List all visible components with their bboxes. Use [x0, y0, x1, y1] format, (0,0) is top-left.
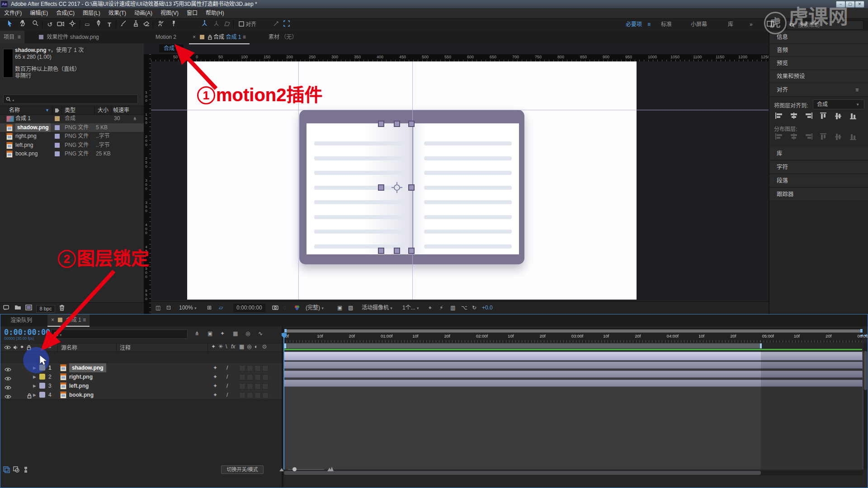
tab-composition[interactable]: × 合成 合成 1 ≡ — [189, 31, 250, 44]
comp-marker-bin-icon[interactable]: ◄◄ — [859, 333, 868, 338]
tab-timeline-comp[interactable]: × 合成 1 ≡ — [47, 314, 90, 327]
pan-behind-tool-icon[interactable] — [67, 20, 78, 29]
workspace-menu-icon[interactable]: ≡ — [647, 19, 651, 31]
viewer-timecode[interactable]: 0:00:00:00 — [233, 304, 265, 312]
layer-switch-cell[interactable] — [247, 392, 253, 399]
layer-parent-icon[interactable]: ✦ — [213, 381, 217, 390]
selection-handle[interactable] — [408, 121, 415, 127]
layer-row[interactable]: ▶4book.png✦/ — [0, 390, 282, 400]
new-folder-icon[interactable] — [14, 305, 22, 312]
comp-mini-flowchart-icon[interactable]: ⋔ — [195, 330, 199, 337]
playhead-line[interactable] — [283, 333, 284, 469]
switch-frame-blend-icon[interactable]: ▦ — [239, 343, 244, 350]
layer-color-swatch[interactable] — [39, 392, 45, 398]
render-time-icon[interactable] — [13, 466, 19, 473]
work-area-start-handle[interactable] — [284, 343, 286, 348]
layer-lock-icon[interactable] — [27, 392, 32, 401]
panel-align-header[interactable]: 对齐 ≡ — [769, 83, 868, 97]
selection-handle[interactable] — [408, 248, 415, 254]
tab-effect-controls[interactable]: 效果控件 shadow.png — [35, 31, 103, 43]
align-icon-0[interactable] — [775, 112, 785, 120]
panel-header-bottom-1[interactable]: 字符 — [769, 161, 868, 174]
work-area-bar[interactable] — [284, 343, 762, 349]
view-layout-select[interactable]: 1个... ▾ — [402, 302, 419, 314]
switch-quality-icon[interactable]: \ — [226, 343, 227, 350]
trash-icon[interactable] — [58, 305, 66, 312]
layer-row[interactable]: ▶2right.png✦/ — [0, 372, 282, 382]
workspace-small-screen[interactable]: 小屏幕 — [691, 19, 707, 31]
layer-lock-toggle[interactable] — [27, 363, 33, 372]
col-number[interactable]: # — [48, 343, 52, 350]
layer-switch-cell[interactable] — [262, 365, 269, 371]
toggle-switches-modes-button[interactable]: 切换开关/模式 — [221, 465, 264, 474]
selection-handle[interactable] — [408, 184, 415, 191]
camera-axis-local-icon[interactable] — [199, 20, 210, 29]
snapshot-icon[interactable] — [272, 302, 278, 314]
show-snapshot-icon[interactable]: ◌ — [283, 302, 286, 314]
shape-tool-icon[interactable]: ▭ — [82, 20, 93, 29]
distribute-icon-2[interactable] — [805, 133, 815, 141]
selection-handle[interactable] — [378, 184, 384, 191]
panel-header-bottom-3[interactable]: 跟踪器 — [769, 188, 868, 201]
layer-visibility-icon[interactable] — [5, 393, 11, 402]
menu-item[interactable]: 编辑(E) — [26, 8, 52, 18]
timeline-button-icon[interactable]: ▥ — [450, 302, 455, 314]
pixel-aspect-icon[interactable]: ⌖ — [429, 302, 432, 314]
fast-previews-icon[interactable]: ⚡ — [439, 302, 443, 314]
layer-name[interactable]: shadow.png — [69, 363, 106, 372]
label-swatch[interactable] — [55, 134, 60, 139]
layer-expand-arrow[interactable]: ▶ — [33, 381, 36, 390]
flowchart-icon[interactable]: ⋔ — [133, 114, 137, 123]
align-icon-4[interactable] — [835, 112, 844, 120]
layer-parent-icon[interactable]: ✦ — [213, 390, 217, 399]
menu-item[interactable]: 窗口 — [183, 8, 202, 18]
align-panel-menu-icon[interactable]: ≡ — [855, 83, 859, 97]
selection-handle[interactable] — [378, 121, 384, 127]
layer-switch-cell[interactable] — [247, 374, 253, 380]
solo-column-icon[interactable]: ● — [20, 343, 24, 350]
project-item-name[interactable]: right.png — [15, 132, 37, 141]
align-icon-3[interactable] — [820, 112, 830, 120]
hand-tool-icon[interactable] — [17, 20, 28, 29]
panel-header-1[interactable]: 音频 — [769, 44, 868, 57]
layer-switch-cell[interactable] — [247, 383, 253, 389]
selection-handle[interactable] — [394, 248, 400, 254]
resolution-select[interactable]: (完整) ▾ — [306, 302, 324, 314]
snap-label[interactable]: 对齐 — [245, 19, 256, 31]
project-search-input[interactable]: ▾ — [3, 94, 138, 104]
workspace-libraries[interactable]: 库 — [728, 19, 733, 31]
switch-motion-blur-icon[interactable]: ◎ — [247, 343, 251, 350]
align-icon-2[interactable] — [805, 112, 815, 120]
vertical-scrollbar[interactable] — [863, 343, 868, 469]
label-swatch[interactable] — [55, 125, 60, 130]
exposure-value[interactable]: +0.0 — [482, 302, 493, 314]
layer-name[interactable]: book.png — [69, 390, 94, 399]
sort-arrow-icon[interactable]: ▼ — [45, 106, 49, 114]
distribute-icon-5[interactable] — [849, 133, 859, 141]
horizontal-ruler[interactable]: 5005010015020025030035040045050055060065… — [151, 54, 769, 62]
zoom-tool-icon[interactable] — [30, 20, 41, 29]
selection-handle[interactable] — [394, 121, 400, 127]
tab-project[interactable]: 项目 ≡ — [0, 31, 24, 43]
close-button[interactable]: ✕ — [855, 1, 864, 8]
layer-switch-cell[interactable] — [255, 374, 261, 380]
project-item-name[interactable]: 合成 1 — [15, 114, 31, 123]
layer-name[interactable]: left.png — [69, 381, 89, 390]
label-swatch[interactable] — [55, 151, 60, 156]
mask-feather-icon[interactable] — [270, 20, 281, 29]
panel-header-bottom-2[interactable]: 段落 — [769, 174, 868, 188]
time-ruler[interactable]: 0f10f20f01:00f10f20f02:00f10f20f03:00f10… — [283, 333, 863, 343]
layer-quality-icon[interactable]: / — [226, 363, 228, 372]
anchor-point-icon[interactable] — [391, 182, 403, 193]
camera-axis-view-icon[interactable] — [222, 20, 232, 29]
layer-row[interactable]: ▶1shadow.png✦/ — [0, 363, 282, 373]
distribute-icon-4[interactable] — [835, 133, 844, 141]
video-column-icon[interactable] — [4, 345, 11, 350]
layer-color-swatch[interactable] — [39, 383, 45, 389]
breadcrumb[interactable]: 合成 1 — [159, 44, 184, 52]
workspace-standard[interactable]: 标准 — [661, 19, 672, 31]
primary-viewer-icon[interactable]: ⊡ — [166, 302, 171, 314]
tab-close-icon[interactable]: × — [193, 34, 196, 40]
col-type[interactable]: 类型 — [65, 106, 75, 114]
project-row[interactable]: shadow.pngPNG 文件5 KB — [0, 123, 144, 132]
